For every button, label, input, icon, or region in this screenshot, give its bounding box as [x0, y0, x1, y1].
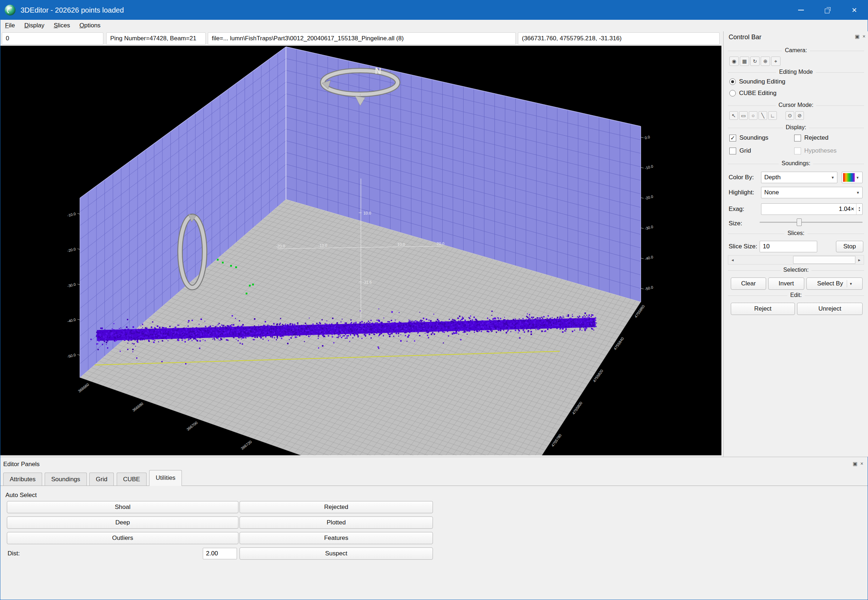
slider-track [760, 222, 863, 223]
control-bar: Control Bar ▣ × Camera: ◉ ▦ ↻ ⊕ ⌖ Editin… [723, 31, 868, 457]
highlight-dropdown[interactable]: None▾ [761, 187, 863, 198]
svg-text:20.0: 20.0 [437, 241, 444, 246]
stop-button[interactable]: Stop [836, 241, 863, 252]
auto-select-outliers-button[interactable]: Outliers [7, 532, 238, 544]
auto-select-features-button[interactable]: Features [240, 532, 433, 544]
tab-attributes[interactable]: Attributes [3, 473, 42, 486]
select-by-button[interactable]: Select By▾ [806, 277, 863, 290]
highlight-label: Highlight: [728, 189, 754, 196]
window-title: 3DEditor - 202626 points loaded [21, 6, 124, 14]
dock-float-icon[interactable]: ▣ [853, 461, 857, 467]
maximize-button[interactable] [814, 0, 841, 20]
cursor-rect-select-button[interactable]: ▭ [739, 111, 748, 120]
cursor-mode-label: Cursor Mode: [776, 102, 816, 108]
editor-panels: Editor Panels ▣ × Attributes Soundings G… [0, 457, 868, 600]
control-bar-title: Control Bar [728, 33, 762, 41]
status-ping-beam-field: Ping Number=47428, Beam=21 [106, 32, 206, 45]
svg-text:N: N [375, 66, 381, 76]
svg-text:-10.0: -10.0 [318, 243, 327, 248]
cursor-line-button[interactable]: ╲ [759, 111, 767, 120]
spin-down-icon: ▾ [859, 209, 860, 212]
tab-cube[interactable]: CUBE [117, 473, 147, 486]
camera-rotate-button[interactable]: ↻ [750, 56, 760, 66]
status-count-field: 0 [2, 32, 103, 45]
edit-section-label: Edit: [787, 292, 804, 298]
colormap-button[interactable]: ▾ [842, 172, 863, 183]
svg-text:-20.0: -20.0 [276, 244, 285, 248]
svg-text:10.0: 10.0 [397, 242, 405, 247]
slice-scrollbar[interactable]: ◄ ► [728, 255, 864, 265]
close-icon: × [852, 6, 857, 14]
minimize-button[interactable] [788, 0, 814, 20]
checkbox-rejected[interactable]: Rejected [794, 134, 829, 141]
tab-utilities[interactable]: Utilities [149, 470, 182, 486]
menu-options[interactable]: Options [75, 20, 106, 31]
tab-soundings[interactable]: Soundings [45, 473, 86, 486]
auto-select-shoal-button[interactable]: Shoal [7, 501, 238, 513]
soundings-section-label: Soundings: [778, 160, 813, 167]
camera-reset-button[interactable]: ⌖ [771, 56, 780, 66]
scene-svg[interactable]: N10.0-31.6-20.0-10.010.020.00.0-10.0-20.… [0, 46, 721, 455]
auto-select-suspect-button[interactable]: Suspect [240, 547, 433, 560]
3d-viewport[interactable]: N10.0-31.6-20.0-10.010.020.00.0-10.0-20.… [0, 46, 721, 455]
cursor-corner-button[interactable]: ∟ [768, 111, 777, 120]
dock-close-icon[interactable]: × [863, 33, 865, 39]
chevron-down-icon: ▾ [829, 175, 837, 180]
color-by-label: Color By: [728, 174, 754, 181]
menu-file[interactable]: File [0, 20, 20, 31]
reject-button[interactable]: Reject [731, 303, 795, 315]
exag-label: Exag: [728, 206, 744, 213]
status-file-field: file=... lumn\FishTraps\Part3\0012_20040… [208, 32, 516, 45]
size-label: Size: [728, 220, 742, 227]
chevron-down-icon: ▾ [855, 175, 860, 180]
size-slider[interactable] [760, 218, 863, 227]
camera-orbit-button[interactable]: ◉ [729, 56, 739, 66]
title-bar: 3DEditor - 202626 points loaded × [0, 0, 868, 20]
color-by-dropdown[interactable]: Depth▾ [761, 172, 838, 183]
app-icon [5, 5, 15, 15]
close-button[interactable]: × [841, 0, 868, 20]
auto-select-rejected-button[interactable]: Rejected [240, 501, 433, 513]
dock-close-icon[interactable]: × [860, 461, 863, 467]
chevron-down-icon: ▾ [854, 190, 862, 195]
scrollbar-thumb[interactable] [793, 256, 855, 264]
tab-grid[interactable]: Grid [90, 473, 114, 486]
cursor-point-add-button[interactable]: ⊙ [786, 111, 794, 120]
app-window: 3DEditor - 202626 points loaded × File D… [0, 0, 868, 600]
auto-select-deep-button[interactable]: Deep [7, 517, 238, 529]
dock-float-icon[interactable]: ▣ [855, 33, 860, 39]
slices-section-label: Slices: [785, 230, 807, 236]
menu-slices[interactable]: Slices [49, 20, 74, 31]
slice-size-label: Slice Size: [728, 243, 757, 250]
slider-thumb[interactable] [797, 218, 802, 226]
camera-section-label: Camera: [782, 47, 810, 54]
radio-sounding-editing[interactable]: Sounding Editing [729, 78, 786, 85]
checkbox-hypotheses: Hypotheses [794, 147, 837, 155]
auto-select-plotted-button[interactable]: Plotted [240, 517, 433, 529]
scroll-right-icon[interactable]: ► [855, 256, 864, 264]
cursor-point-remove-button[interactable]: ⊘ [795, 111, 804, 120]
clear-button[interactable]: Clear [731, 277, 766, 290]
checkbox-soundings[interactable]: ✓Soundings [729, 134, 768, 141]
camera-zoom-button[interactable]: ⊕ [761, 56, 770, 66]
cursor-select-button[interactable]: ↖ [729, 111, 738, 120]
scroll-left-icon[interactable]: ◄ [728, 256, 737, 264]
editor-panels-title: Editor Panels [3, 461, 39, 468]
status-coordinates-field: (366731.760, 4755795.218, -31.316) [518, 32, 719, 45]
unreject-button[interactable]: Unreject [797, 303, 863, 315]
svg-text:10.0: 10.0 [363, 211, 371, 215]
exag-spinner[interactable]: ▴▾ [856, 204, 862, 215]
minimize-icon [798, 10, 804, 11]
restore-icon [825, 7, 830, 13]
slice-size-input[interactable] [760, 241, 817, 252]
exag-spinbox: ▴▾ [761, 203, 863, 215]
menu-display[interactable]: Display [20, 20, 49, 31]
editing-mode-label: Editing Mode [776, 69, 815, 75]
dist-input[interactable] [203, 548, 237, 559]
checkbox-grid[interactable]: Grid [729, 147, 751, 155]
invert-button[interactable]: Invert [768, 277, 804, 290]
exag-input[interactable] [762, 204, 856, 215]
camera-plan-view-button[interactable]: ▦ [740, 56, 749, 66]
cursor-lasso-select-button[interactable]: ○ [749, 111, 757, 120]
radio-cube-editing[interactable]: CUBE Editing [729, 89, 777, 97]
